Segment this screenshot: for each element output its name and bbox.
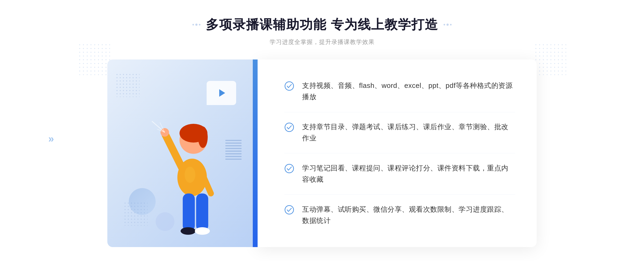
separator-1	[284, 112, 515, 112]
feature-item-1: 支持视频、音频、flash、word、excel、ppt、pdf等各种格式的资源…	[284, 75, 515, 108]
svg-point-9	[181, 227, 196, 235]
check-icon-2	[284, 122, 294, 132]
svg-point-17	[285, 164, 294, 173]
title-decoration-left	[192, 24, 200, 26]
check-icon-1	[284, 81, 294, 91]
svg-point-11	[185, 167, 195, 183]
figure-illustration	[144, 92, 240, 247]
svg-point-16	[285, 123, 294, 132]
svg-rect-7	[183, 193, 195, 231]
svg-point-15	[285, 82, 294, 90]
page-title: 多项录播课辅助功能 专为线上教学打造	[206, 16, 438, 33]
svg-point-18	[285, 206, 294, 214]
content-wrapper: 支持视频、音频、flash、word、excel、ppt、pdf等各种格式的资源…	[107, 59, 537, 247]
svg-rect-8	[196, 193, 208, 231]
features-area: 支持视频、音频、flash、word、excel、ppt、pdf等各种格式的资源…	[258, 59, 537, 247]
check-icon-4	[284, 205, 294, 215]
dots-decoration-left	[78, 43, 110, 75]
svg-line-12	[152, 121, 165, 132]
illus-dots-top	[115, 73, 140, 97]
dots-decoration-right	[534, 43, 566, 75]
accent-bar	[253, 59, 258, 247]
page-subtitle: 学习进度全掌握，提升录播课教学效果	[192, 38, 451, 46]
illustration-area	[107, 59, 258, 247]
feature-item-3: 学习笔记回看、课程提问、课程评论打分、课件资料下载，重点内容收藏	[284, 157, 515, 190]
feature-item-2: 支持章节目录、弹题考试、课后练习、课后作业、章节测验、批改作业	[284, 116, 515, 149]
page-container: 多项录播课辅助功能 专为线上教学打造 学习进度全掌握，提升录播课教学效果 »	[0, 0, 644, 261]
feature-text-1: 支持视频、音频、flash、word、excel、ppt、pdf等各种格式的资源…	[302, 80, 515, 102]
title-row: 多项录播课辅助功能 专为线上教学打造	[192, 16, 451, 33]
feature-text-3: 学习笔记回看、课程提问、课程评论打分、课件资料下载，重点内容收藏	[302, 163, 515, 185]
feature-text-2: 支持章节目录、弹题考试、课后练习、课后作业、章节测验、批改作业	[302, 121, 515, 144]
svg-point-3	[198, 126, 208, 148]
title-decoration-right	[444, 24, 452, 26]
feature-item-4: 互动弹幕、试听购买、微信分享、观看次数限制、学习进度跟踪、数据统计	[284, 199, 515, 232]
check-icon-3	[284, 164, 294, 173]
header-section: 多项录播课辅助功能 专为线上教学打造 学习进度全掌握，提升录播课教学效果	[192, 16, 451, 46]
svg-point-10	[195, 227, 210, 235]
separator-3	[284, 194, 515, 195]
feature-text-4: 互动弹幕、试听购买、微信分享、观看次数限制、学习进度跟踪、数据统计	[302, 204, 515, 226]
separator-2	[284, 153, 515, 153]
outer-chevron-icon: »	[48, 133, 54, 144]
